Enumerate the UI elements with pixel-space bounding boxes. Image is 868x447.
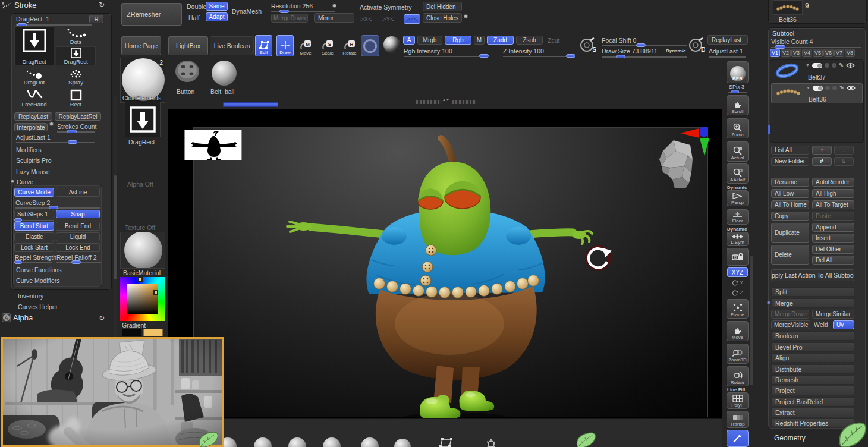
rgb-intensity-handle[interactable] [479, 54, 489, 58]
funnel-icon[interactable]: ▼ [806, 63, 810, 68]
edit-button[interactable]: Edit [255, 35, 272, 56]
divider-handle-left[interactable] [416, 100, 441, 104]
split-row[interactable]: Split [771, 287, 854, 297]
stroke-d-badge-icon[interactable]: D [688, 37, 705, 53]
frame-tool-button[interactable]: Frame [727, 299, 749, 319]
top-subtool-label[interactable]: Belt36 [773, 16, 803, 23]
elastic-button[interactable]: Elastic [14, 232, 54, 241]
asline-button[interactable]: AsLine [56, 188, 100, 197]
liquid-button[interactable]: Liquid [56, 232, 100, 241]
adjustlast-track[interactable] [16, 142, 95, 143]
home-page-button[interactable]: Home Page [121, 36, 161, 55]
zoom3d-tool-button[interactable]: Zoom3D [727, 344, 749, 364]
all-to-home-button[interactable]: All To Home [771, 200, 809, 209]
adjustlast-label[interactable]: AdjustLast 1 [16, 134, 51, 141]
stroke-type-spray[interactable]: Spray [56, 67, 96, 86]
project-row[interactable]: Project [771, 386, 854, 395]
resolution-modifier-dot[interactable] [333, 4, 336, 7]
stroke-type-dragrect-large[interactable]: DragRect [14, 26, 54, 65]
subtool-up-button[interactable]: ↑ [812, 146, 832, 155]
rgb-intensity-track[interactable] [404, 56, 488, 57]
new-folder-button[interactable]: New Folder [771, 157, 809, 166]
inventory-label[interactable]: Inventory [18, 292, 43, 300]
paste-button[interactable]: Paste [812, 212, 854, 221]
color-picker-sv-square[interactable] [127, 284, 158, 314]
resolution-handle[interactable] [279, 10, 289, 13]
lock-end-button[interactable]: Lock End [56, 243, 100, 252]
subtool-item-belt37[interactable]: ▼ ✎ Belt37 [771, 61, 863, 82]
secondary-color-swatch[interactable] [143, 329, 163, 336]
floor-tool-button[interactable]: Floor [727, 209, 749, 225]
tab-v8[interactable]: V8 [845, 49, 855, 57]
strokes-count-label[interactable]: Strokes Count [57, 123, 97, 130]
repel-strength-label[interactable]: Repel Strength [15, 254, 56, 261]
dynamic-label[interactable]: Dynamic [666, 48, 685, 53]
tab-v2[interactable]: V2 [781, 49, 791, 57]
corner-leaf-icon[interactable] [191, 432, 225, 447]
hue-cursor[interactable] [138, 277, 143, 282]
rotate-tool-button[interactable]: Rotate [727, 366, 749, 386]
same-button[interactable]: Same [206, 2, 228, 11]
curve-mode-button[interactable]: Curve Mode [14, 188, 54, 197]
list-all-button[interactable]: List All [771, 146, 809, 155]
beltball-brush-thumb[interactable]: Belt_ball [209, 59, 240, 95]
insert-button[interactable]: Insert [812, 234, 854, 243]
mrgb-button[interactable]: Mrgb [417, 36, 442, 45]
zcut-label[interactable]: Zcut [548, 37, 559, 44]
remesh-row[interactable]: Remesh [771, 375, 854, 385]
curves-helper-label[interactable]: Curves Helper [18, 303, 58, 310]
viewport[interactable] [168, 109, 722, 418]
mirror-button[interactable]: Mirror [314, 13, 354, 23]
alpha-off-label[interactable]: Alpha Off [127, 181, 153, 188]
focal-shift-handle[interactable] [636, 43, 646, 47]
lsym-tool-button[interactable]: L.Sym [727, 232, 749, 246]
stroke-type-dragdot[interactable]: DragDot [14, 67, 54, 86]
spix-label[interactable]: SPix 3 [729, 84, 744, 90]
actual-tool-button[interactable]: Actual [727, 141, 749, 162]
alpha-preview[interactable] [184, 130, 242, 160]
curve-modifiers-label[interactable]: Curve Modifiers [16, 277, 60, 284]
bevel-pro-row[interactable]: Bevel Pro [771, 342, 854, 352]
scroll-tool-button[interactable]: Scroll [727, 95, 749, 115]
button-brush-thumb[interactable]: Button [172, 59, 202, 95]
visibility-pill-icon[interactable] [812, 63, 822, 68]
sym-z-button[interactable]: >Z< [404, 14, 420, 24]
project-basrelief-row[interactable]: Project BasRelief [771, 397, 854, 407]
funnel-icon[interactable]: ▼ [806, 86, 810, 90]
bend-end-button[interactable]: Bend End [56, 222, 100, 231]
mergevisible-button[interactable]: MergeVisible [771, 320, 810, 329]
sym-y-button[interactable]: >Y< [382, 15, 394, 23]
sculptris-pro-label[interactable]: Sculptris Pro [16, 157, 52, 164]
distribute-row[interactable]: Distribute [771, 364, 854, 374]
rotate-mode-button[interactable]: R Rotate [341, 36, 358, 56]
draw-size-track[interactable] [602, 56, 687, 58]
z-intensity-label[interactable]: Z Intensity 100 [503, 48, 544, 55]
stroke-r-button[interactable]: R [89, 15, 103, 23]
lock-start-button[interactable]: Lock Start [14, 243, 54, 252]
rename-button[interactable]: Rename [771, 178, 809, 187]
dim-toggle-icon[interactable] [825, 86, 830, 90]
tray-leaf-icon[interactable] [568, 432, 603, 447]
texture-off-label[interactable]: Texture Off [125, 224, 155, 231]
lazy-mouse-label[interactable]: Lazy Mouse [16, 168, 50, 175]
stroke-s-badge-icon[interactable]: S [580, 37, 596, 53]
zremesher-button[interactable]: ZRemesher [121, 3, 182, 26]
polyf-tool-button[interactable]: PolyF [727, 392, 749, 409]
material-sphere-button[interactable] [383, 36, 400, 53]
extract-row[interactable]: Extract [771, 408, 854, 417]
stroke-type-freehand[interactable]: FreeHand [14, 87, 54, 108]
draw-size-handle[interactable] [616, 55, 625, 58]
zoom-tool-button[interactable]: Zoom [727, 118, 749, 138]
curvestep-handle[interactable] [49, 206, 58, 209]
sv-cursor[interactable] [153, 290, 158, 295]
subtool-item-belt36[interactable]: ▼ ✎ Belt36 [771, 83, 863, 103]
refresh-icon[interactable]: ↻ [99, 1, 105, 9]
copy-button[interactable]: Copy [771, 212, 809, 221]
strip-scrollbar[interactable] [750, 256, 753, 385]
curvestep-label[interactable]: CurveStep 2 [15, 199, 50, 206]
interpolate-modifier-dot[interactable] [50, 122, 53, 125]
interpolate-button[interactable]: Interpolate [14, 123, 48, 131]
clothelements-thumb[interactable]: 2 ClothElements [120, 58, 165, 103]
color-picker[interactable] [120, 277, 165, 321]
gradient-label[interactable]: Gradient [122, 322, 146, 329]
